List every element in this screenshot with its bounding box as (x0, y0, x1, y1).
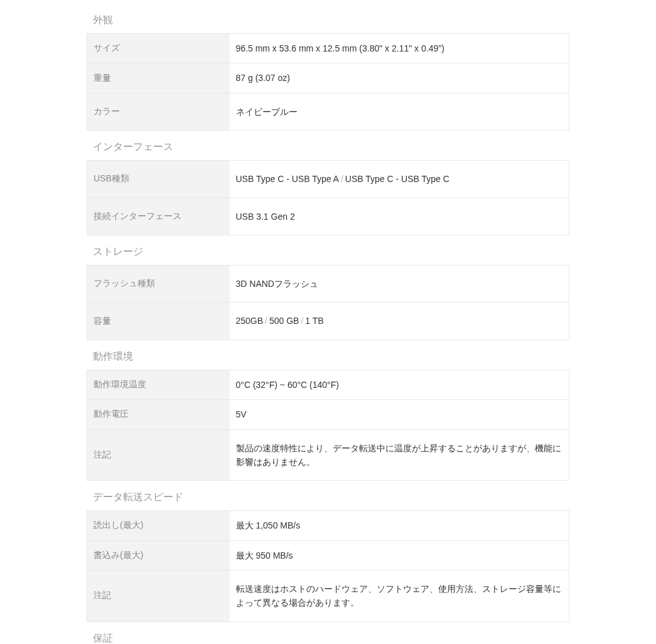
spec-value: 87 g (3.07 oz) (230, 63, 569, 93)
spec-label: サイズ (87, 34, 230, 63)
section-title: 保証 (87, 625, 569, 644)
spec-value: 250GB/500 GB/1 TB (230, 303, 569, 340)
spec-table: 読出し(最大)最大 1,050 MB/s書込み(最大)最大 950 MB/s注記… (87, 510, 569, 622)
spec-value: 5V (230, 400, 569, 429)
section-title: 外観 (87, 6, 569, 33)
spec-label: 接続インターフェース (87, 198, 230, 235)
spec-value: 0°C (32°F) ~ 60°C (140°F) (230, 370, 569, 399)
spec-section: ストレージフラッシュ種類3D NANDフラッシュ容量250GB/500 GB/1… (87, 238, 569, 340)
spec-value: 最大 950 MB/s (230, 540, 569, 570)
table-row: 注記製品の速度特性により、データ転送中に温度が上昇することがありますが、機能に影… (87, 429, 569, 481)
spec-table: サイズ96.5 mm x 53.6 mm x 12.5 mm (3.80" x … (87, 33, 569, 131)
table-row: カラーネイビーブルー (87, 93, 569, 130)
spec-value: 96.5 mm x 53.6 mm x 12.5 mm (3.80" x 2.1… (230, 34, 569, 63)
table-row: 読出し(最大)最大 1,050 MB/s (87, 511, 569, 540)
table-row: 注記転送速度はホストのハードウェア、ソフトウェア、使用方法、ストレージ容量等によ… (87, 571, 569, 622)
section-title: インターフェース (87, 133, 569, 160)
spec-section: 保証認証CE/FCC/BSMI/KC/EAC保証3年保証保証規定保証規定について… (87, 625, 569, 644)
spec-label: カラー (87, 93, 230, 130)
table-row: 動作電圧5V (87, 400, 569, 429)
spec-value: ネイビーブルー (230, 93, 569, 130)
spec-value: USB 3.1 Gen 2 (230, 198, 569, 235)
spec-table: USB種類USB Type C - USB Type A/USB Type C … (87, 160, 569, 235)
spec-value-item: USB Type C - USB Type C (345, 174, 449, 184)
spec-label: 重量 (87, 63, 230, 93)
spec-label: 動作電圧 (87, 400, 230, 429)
spec-value: 3D NANDフラッシュ (230, 265, 569, 302)
spec-value: 転送速度はホストのハードウェア、ソフトウェア、使用方法、ストレージ容量等によって… (230, 571, 569, 622)
table-row: フラッシュ種類3D NANDフラッシュ (87, 265, 569, 302)
spec-label: 読出し(最大) (87, 511, 230, 540)
spec-label: 書込み(最大) (87, 540, 230, 570)
table-row: USB種類USB Type C - USB Type A/USB Type C … (87, 161, 569, 198)
table-row: 接続インターフェースUSB 3.1 Gen 2 (87, 198, 569, 235)
spec-value-item: 250GB (236, 316, 264, 326)
spec-value: 製品の速度特性により、データ転送中に温度が上昇することがありますが、機能に影響は… (230, 429, 569, 481)
spec-value-item: USB Type C - USB Type A (236, 174, 339, 184)
table-row: 重量87 g (3.07 oz) (87, 63, 569, 93)
spec-table: フラッシュ種類3D NANDフラッシュ容量250GB/500 GB/1 TB (87, 265, 569, 340)
spec-value-item: 1 TB (305, 316, 323, 326)
table-row: 容量250GB/500 GB/1 TB (87, 303, 569, 340)
spec-label: 注記 (87, 429, 230, 481)
spec-label: USB種類 (87, 161, 230, 198)
section-title: データ転送スピード (87, 483, 569, 510)
spec-label: 注記 (87, 571, 230, 622)
separator: / (263, 316, 269, 326)
spec-label: 動作環境温度 (87, 370, 230, 399)
spec-label: フラッシュ種類 (87, 265, 230, 302)
spec-value-item: 500 GB (269, 316, 299, 326)
section-title: ストレージ (87, 238, 569, 265)
separator: / (299, 316, 305, 326)
spec-section: 外観サイズ96.5 mm x 53.6 mm x 12.5 mm (3.80" … (87, 6, 569, 131)
spec-value: 最大 1,050 MB/s (230, 511, 569, 540)
spec-section: データ転送スピード読出し(最大)最大 1,050 MB/s書込み(最大)最大 9… (87, 483, 569, 622)
spec-table: 動作環境温度0°C (32°F) ~ 60°C (140°F)動作電圧5V注記製… (87, 370, 569, 481)
table-row: サイズ96.5 mm x 53.6 mm x 12.5 mm (3.80" x … (87, 34, 569, 63)
section-title: 動作環境 (87, 343, 569, 370)
table-row: 動作環境温度0°C (32°F) ~ 60°C (140°F) (87, 370, 569, 399)
spec-sheet: 外観サイズ96.5 mm x 53.6 mm x 12.5 mm (3.80" … (87, 6, 569, 644)
spec-section: 動作環境動作環境温度0°C (32°F) ~ 60°C (140°F)動作電圧5… (87, 343, 569, 481)
spec-value: USB Type C - USB Type A/USB Type C - USB… (230, 161, 569, 198)
separator: / (339, 174, 345, 184)
table-row: 書込み(最大)最大 950 MB/s (87, 540, 569, 570)
spec-label: 容量 (87, 303, 230, 340)
spec-section: インターフェースUSB種類USB Type C - USB Type A/USB… (87, 133, 569, 235)
